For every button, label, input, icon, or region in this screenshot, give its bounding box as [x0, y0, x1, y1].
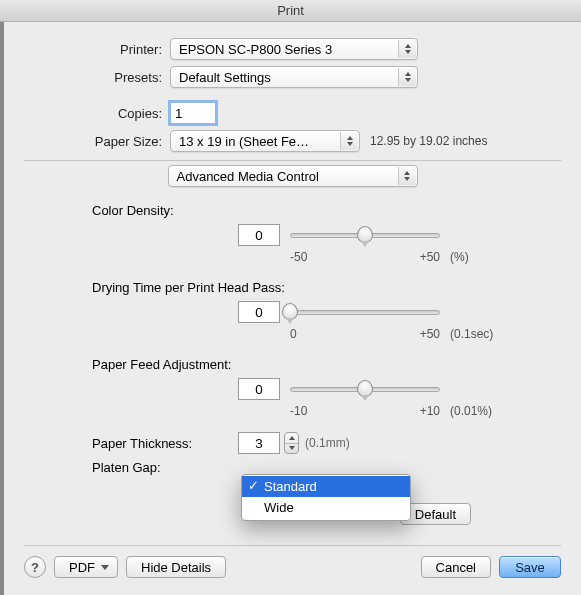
pane-select[interactable]: Advanced Media Control — [168, 165, 418, 187]
cancel-button[interactable]: Cancel — [421, 556, 491, 578]
help-button[interactable]: ? — [24, 556, 46, 578]
window-titlebar: Print — [0, 0, 581, 22]
paper-size-label: Paper Size: — [24, 134, 170, 149]
paper-feed-label: Paper Feed Adjustment: — [92, 357, 561, 372]
save-button[interactable]: Save — [499, 556, 561, 578]
separator — [24, 160, 561, 161]
stepper-down-icon[interactable] — [285, 444, 298, 454]
help-icon: ? — [31, 560, 39, 575]
pane-select-value: Advanced Media Control — [177, 169, 319, 184]
paper-size-dimensions: 12.95 by 19.02 inches — [370, 134, 487, 148]
printer-select-value: EPSON SC-P800 Series 3 — [179, 42, 332, 57]
paper-thickness-input[interactable] — [238, 432, 280, 454]
print-sheet: Printer: EPSON SC-P800 Series 3 Presets:… — [0, 22, 581, 595]
printer-label: Printer: — [24, 42, 170, 57]
paper-feed-slider[interactable] — [290, 380, 440, 398]
pdf-menu-button[interactable]: PDF — [54, 556, 118, 578]
window-title: Print — [277, 3, 304, 18]
copies-label: Copies: — [24, 106, 170, 121]
scale-min: -50 — [290, 250, 307, 264]
slider-thumb[interactable] — [357, 226, 373, 243]
paper-size-select[interactable]: 13 x 19 in (Sheet Fe… — [170, 130, 360, 152]
printer-select[interactable]: EPSON SC-P800 Series 3 — [170, 38, 418, 60]
color-density-scale: -50 +50 (%) — [290, 250, 440, 264]
scale-unit: (%) — [450, 250, 469, 264]
save-label: Save — [515, 560, 545, 575]
scale-max: +10 — [420, 404, 440, 418]
copies-input[interactable] — [170, 102, 216, 124]
slider-track — [290, 310, 440, 315]
platen-gap-popup[interactable]: Standard Wide — [241, 474, 411, 521]
platen-gap-option-standard[interactable]: Standard — [242, 476, 410, 497]
updown-icon — [398, 40, 416, 58]
drying-time-slider[interactable] — [290, 303, 440, 321]
scale-unit: (0.01%) — [450, 404, 492, 418]
cancel-label: Cancel — [436, 560, 476, 575]
scale-min: 0 — [290, 327, 297, 341]
presets-select-value: Default Settings — [179, 70, 271, 85]
color-density-slider[interactable] — [290, 226, 440, 244]
paper-thickness-stepper[interactable] — [284, 432, 299, 454]
presets-label: Presets: — [24, 70, 170, 85]
color-density-input[interactable] — [238, 224, 280, 246]
color-density-label: Color Density: — [92, 203, 561, 218]
hide-details-button[interactable]: Hide Details — [126, 556, 226, 578]
drying-time-label: Drying Time per Print Head Pass: — [92, 280, 561, 295]
paper-feed-input[interactable] — [238, 378, 280, 400]
drying-time-scale: 0 +50 (0.1sec) — [290, 327, 440, 341]
updown-icon — [398, 167, 416, 185]
platen-gap-label: Platen Gap: — [92, 460, 238, 475]
paper-thickness-label: Paper Thickness: — [92, 436, 238, 451]
presets-select[interactable]: Default Settings — [170, 66, 418, 88]
scale-min: -10 — [290, 404, 307, 418]
slider-thumb[interactable] — [282, 303, 298, 320]
scale-unit: (0.1sec) — [450, 327, 493, 341]
chevron-down-icon — [101, 565, 109, 570]
separator — [24, 545, 561, 546]
paper-size-value: 13 x 19 in (Sheet Fe… — [179, 134, 309, 149]
hide-details-label: Hide Details — [141, 560, 211, 575]
default-button-label: Default — [415, 507, 456, 522]
drying-time-input[interactable] — [238, 301, 280, 323]
updown-icon — [340, 132, 358, 150]
paper-thickness-unit: (0.1mm) — [305, 436, 350, 450]
scale-max: +50 — [420, 250, 440, 264]
updown-icon — [398, 68, 416, 86]
paper-feed-scale: -10 +10 (0.01%) — [290, 404, 440, 418]
platen-gap-option-wide[interactable]: Wide — [242, 497, 410, 518]
slider-thumb[interactable] — [357, 380, 373, 397]
stepper-up-icon[interactable] — [285, 433, 298, 444]
scale-max: +50 — [420, 327, 440, 341]
pdf-button-label: PDF — [69, 560, 95, 575]
